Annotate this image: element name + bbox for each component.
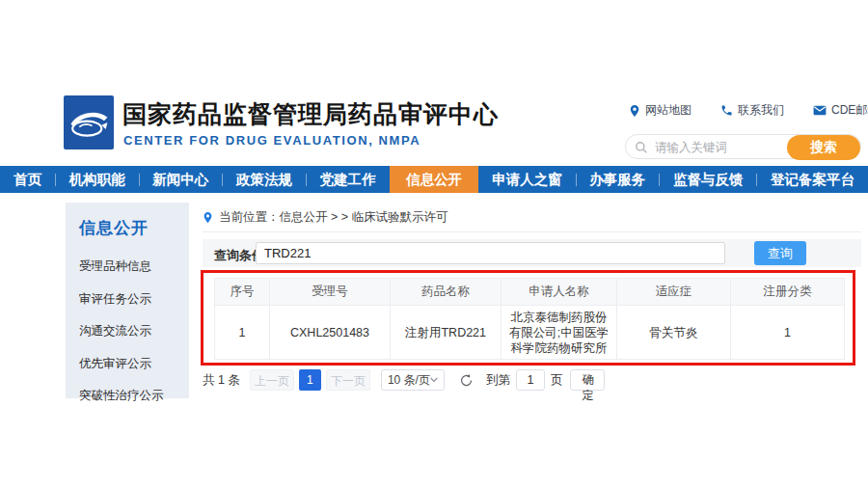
query-bar: 查询条件: 查询 bbox=[203, 239, 861, 267]
col-indication: 适应症 bbox=[617, 279, 731, 306]
search-icon bbox=[635, 141, 648, 154]
nav-item-registration-platform[interactable]: 登记备案平台 bbox=[757, 166, 868, 193]
sidebar-item-priority-review[interactable]: 优先审评公示 bbox=[66, 348, 189, 381]
site-title: 国家药品监督管理局药品审评中心 bbox=[122, 98, 499, 130]
nav-item-functions[interactable]: 机构职能 bbox=[56, 166, 139, 193]
table-header-row: 序号 受理号 药品名称 申请人名称 适应症 注册分类 bbox=[215, 279, 845, 306]
site-search: 搜索 bbox=[625, 134, 861, 159]
nav-item-party[interactable]: 党建工作 bbox=[307, 166, 390, 193]
search-button[interactable]: 搜索 bbox=[787, 135, 860, 160]
header-links: 网站地图 联系我们 CDE邮箱 bbox=[629, 102, 868, 119]
cde-webpage: 国家药品监督管理局药品审评中心 CENTER FOR DRUG EVALUATI… bbox=[0, 0, 868, 488]
col-applicant-name: 申请人名称 bbox=[502, 279, 617, 306]
cell-applicant-name: 北京泰德制药股份有限公司;中国医学科学院药物研究所 bbox=[502, 306, 617, 360]
sitemap-label: 网站地图 bbox=[645, 102, 692, 119]
location-pin-icon bbox=[629, 104, 640, 118]
refresh-icon bbox=[459, 373, 474, 388]
nav-item-supervision[interactable]: 监督与反馈 bbox=[660, 166, 757, 193]
cell-registration-category: 1 bbox=[731, 306, 845, 360]
page-size-select[interactable]: 10 条/页 bbox=[381, 369, 445, 391]
location-pin-icon bbox=[203, 211, 213, 224]
nav-item-applicant-window[interactable]: 申请人之窗 bbox=[478, 166, 576, 193]
mail-icon bbox=[813, 105, 827, 116]
search-input[interactable] bbox=[653, 136, 787, 159]
nav-item-home[interactable]: 首页 bbox=[0, 166, 55, 193]
page-1-button[interactable]: 1 bbox=[299, 369, 321, 391]
query-button[interactable]: 查询 bbox=[754, 241, 806, 265]
contact-link[interactable]: 联系我们 bbox=[720, 102, 784, 119]
table-row: 1 CXHL2501483 注射用TRD221 北京泰德制药股份有限公司;中国医… bbox=[215, 306, 845, 360]
goto-page-unit: 页 bbox=[551, 372, 563, 389]
nav-item-services[interactable]: 办事服务 bbox=[576, 166, 659, 193]
nav-item-policy[interactable]: 政策法规 bbox=[223, 166, 306, 193]
sidebar-item-review-tasks[interactable]: 审评任务公示 bbox=[66, 284, 189, 316]
cell-drug-name: 注射用TRD221 bbox=[391, 306, 502, 360]
refresh-button[interactable] bbox=[459, 373, 474, 388]
chevron-down-icon bbox=[430, 377, 438, 383]
cde-logo bbox=[64, 95, 114, 149]
sidebar: 信息公开 受理品种信息 审评任务公示 沟通交流公示 优先审评公示 突破性治疗公示 bbox=[66, 203, 189, 398]
breadcrumb-text: 当前位置：信息公开 > > 临床试验默示许可 bbox=[219, 209, 448, 226]
confirm-button[interactable]: 确定 bbox=[570, 369, 605, 391]
main-navigation: 首页 机构职能 新闻中心 政策法规 党建工作 信息公开 申请人之窗 办事服务 监… bbox=[0, 166, 868, 193]
goto-page-label: 到第 bbox=[486, 372, 510, 389]
col-drug-name: 药品名称 bbox=[391, 279, 502, 306]
total-count: 共 1 条 bbox=[203, 372, 240, 389]
nav-item-info-disclosure[interactable]: 信息公开 bbox=[390, 166, 478, 193]
prev-page-button[interactable]: 上一页 bbox=[250, 369, 294, 391]
col-serial-number: 序号 bbox=[215, 279, 270, 306]
sidebar-item-accepted-varieties[interactable]: 受理品种信息 bbox=[66, 251, 189, 284]
cell-acceptance-number: CXHL2501483 bbox=[270, 306, 391, 360]
goto-page-input[interactable] bbox=[516, 369, 545, 391]
mailbox-label: CDE邮箱 bbox=[831, 102, 868, 119]
col-registration-category: 注册分类 bbox=[731, 279, 845, 306]
pagination: 共 1 条 上一页 1 下一页 10 条/页 到第 页 确定 bbox=[203, 369, 605, 391]
mailbox-link[interactable]: CDE邮箱 bbox=[813, 102, 868, 119]
contact-label: 联系我们 bbox=[738, 102, 784, 119]
site-subtitle: CENTER FOR DRUG EVALUATION, NMPA bbox=[123, 133, 420, 148]
cell-serial-number: 1 bbox=[215, 306, 270, 360]
cell-indication: 骨关节炎 bbox=[617, 306, 731, 360]
results-table: 序号 受理号 药品名称 申请人名称 适应症 注册分类 1 CXHL2501483… bbox=[214, 278, 845, 360]
sitemap-link[interactable]: 网站地图 bbox=[629, 102, 692, 119]
query-condition-input[interactable] bbox=[256, 242, 725, 264]
col-acceptance-number: 受理号 bbox=[270, 279, 391, 306]
fish-logo-icon bbox=[67, 105, 111, 140]
breadcrumb-divider bbox=[203, 231, 861, 232]
breadcrumb: 当前位置：信息公开 > > 临床试验默示许可 bbox=[203, 209, 448, 226]
nav-item-news[interactable]: 新闻中心 bbox=[139, 166, 222, 193]
phone-icon bbox=[720, 104, 733, 117]
next-page-button[interactable]: 下一页 bbox=[326, 369, 370, 391]
sidebar-item-communication[interactable]: 沟通交流公示 bbox=[66, 315, 189, 348]
sidebar-item-breakthrough-therapy[interactable]: 突破性治疗公示 bbox=[66, 380, 189, 413]
page-size-value: 10 条/页 bbox=[388, 372, 430, 389]
sidebar-list: 受理品种信息 审评任务公示 沟通交流公示 优先审评公示 突破性治疗公示 bbox=[66, 251, 189, 413]
sidebar-title: 信息公开 bbox=[66, 217, 189, 239]
